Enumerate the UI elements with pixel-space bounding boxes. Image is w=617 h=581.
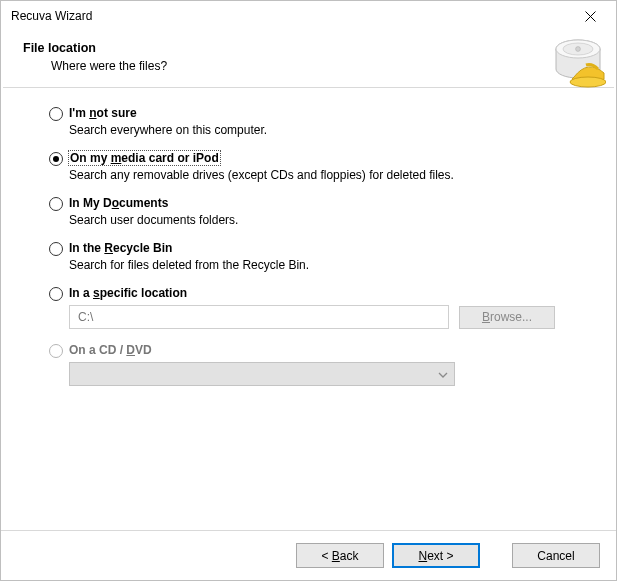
close-button[interactable]: [568, 2, 612, 30]
option-label-specific-location[interactable]: In a specific location: [69, 286, 187, 300]
radio-cd-dvd: [49, 344, 63, 358]
browse-button[interactable]: Browse...: [459, 306, 555, 329]
title-bar: Recuva Wizard: [1, 1, 616, 31]
option-label-recycle-bin[interactable]: In the Recycle Bin: [69, 241, 172, 255]
cancel-button[interactable]: Cancel: [512, 543, 600, 568]
wizard-footer: < Back Next > Cancel: [1, 530, 616, 580]
option-recycle-bin: In the Recycle Bin Search for files dele…: [49, 241, 586, 272]
radio-media-card[interactable]: [49, 152, 63, 166]
path-input[interactable]: [69, 305, 449, 329]
option-media-card: On my media card or iPod Search any remo…: [49, 151, 586, 182]
option-label-media-card[interactable]: On my media card or iPod: [69, 151, 220, 165]
option-desc-media-card: Search any removable drives (except CDs …: [69, 168, 586, 182]
page-subtitle: Where were the files?: [51, 59, 602, 73]
window-title: Recuva Wizard: [11, 9, 568, 23]
option-specific-location: In a specific location Browse...: [49, 286, 586, 329]
chevron-down-icon: [438, 369, 448, 379]
option-cd-dvd: On a CD / DVD: [49, 343, 586, 386]
radio-not-sure[interactable]: [49, 107, 63, 121]
option-not-sure: I'm not sure Search everywhere on this c…: [49, 106, 586, 137]
option-label-cd-dvd: On a CD / DVD: [69, 343, 152, 357]
radio-recycle-bin[interactable]: [49, 242, 63, 256]
page-title: File location: [23, 41, 602, 55]
next-button[interactable]: Next >: [392, 543, 480, 568]
radio-my-documents[interactable]: [49, 197, 63, 211]
radio-specific-location[interactable]: [49, 287, 63, 301]
hard-drive-icon: [550, 35, 606, 91]
svg-point-6: [570, 77, 606, 87]
dvd-drive-select: [69, 362, 455, 386]
option-my-documents: In My Documents Search user documents fo…: [49, 196, 586, 227]
option-desc-my-documents: Search user documents folders.: [69, 213, 586, 227]
options-area: I'm not sure Search everywhere on this c…: [1, 88, 616, 386]
svg-point-5: [576, 47, 581, 52]
option-label-my-documents[interactable]: In My Documents: [69, 196, 168, 210]
back-button[interactable]: < Back: [296, 543, 384, 568]
option-desc-recycle-bin: Search for files deleted from the Recycl…: [69, 258, 586, 272]
close-icon: [585, 11, 596, 22]
wizard-header: File location Where were the files?: [1, 31, 616, 87]
option-label-not-sure[interactable]: I'm not sure: [69, 106, 137, 120]
option-desc-not-sure: Search everywhere on this computer.: [69, 123, 586, 137]
